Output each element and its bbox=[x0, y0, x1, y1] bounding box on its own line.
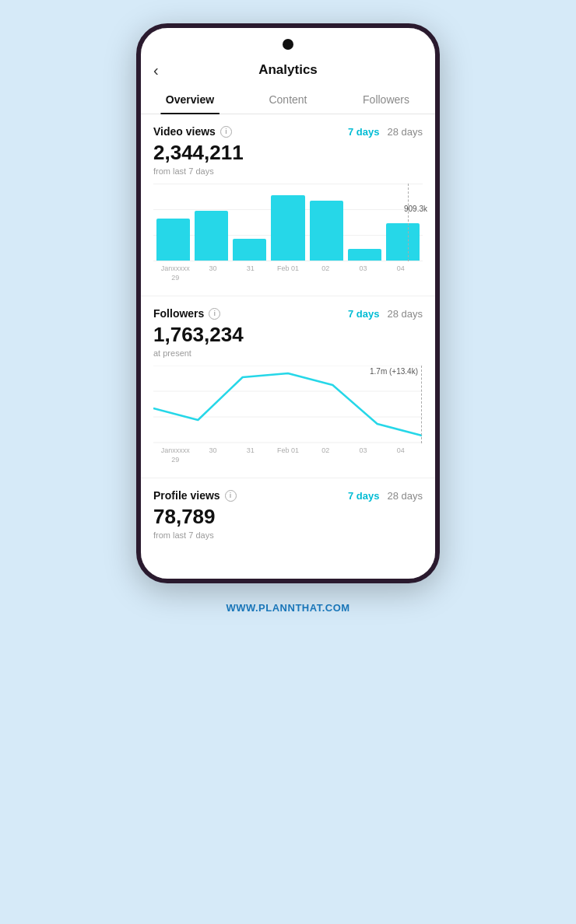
bar-chart-bars: 909.3k bbox=[153, 184, 423, 261]
f-x-label-feb02: 02 bbox=[307, 446, 344, 464]
video-views-header: Video views i 7 days 28 days bbox=[153, 125, 423, 138]
line-chart-dashed-line bbox=[421, 366, 422, 443]
profile-views-spacer bbox=[153, 548, 423, 571]
profile-views-header: Profile views i 7 days 28 days bbox=[153, 489, 423, 502]
profile-views-value: 78,789 bbox=[153, 505, 423, 529]
followers-time-toggles: 7 days 28 days bbox=[348, 308, 423, 320]
followers-sub: at present bbox=[153, 348, 423, 358]
followers-header: Followers i 7 days 28 days bbox=[153, 307, 423, 320]
bar-feb02 bbox=[310, 201, 343, 261]
video-views-label-group: Video views i bbox=[153, 125, 232, 138]
x-label-jan29: Janxxxxx29 bbox=[156, 264, 194, 282]
phone-shell: ‹ Analytics Overview Content Followers V… bbox=[136, 23, 440, 583]
x-label-feb01: Feb 01 bbox=[269, 264, 307, 282]
punch-hole bbox=[283, 39, 293, 50]
video-views-28d-toggle[interactable]: 28 days bbox=[387, 126, 423, 138]
followers-label-group: Followers i bbox=[153, 307, 220, 320]
footer-url: WWW.PLANNTHAT.COM bbox=[226, 602, 349, 614]
video-views-label: Video views bbox=[153, 125, 216, 138]
video-views-chart: 909.3k Janxxxxx29 30 31 Feb 01 02 03 04 bbox=[153, 184, 423, 285]
bar-feb03 bbox=[348, 249, 381, 261]
bar-feb01 bbox=[271, 195, 304, 261]
page-title: Analytics bbox=[258, 62, 318, 78]
video-views-section: Video views i 7 days 28 days 2,344,211 f… bbox=[141, 114, 435, 296]
followers-info-icon[interactable]: i bbox=[209, 308, 220, 320]
tab-content[interactable]: Content bbox=[239, 86, 337, 114]
bar-feb04: 909.3k bbox=[386, 223, 420, 261]
top-bar: ‹ Analytics bbox=[141, 51, 435, 86]
followers-chart-inner: 1.7m (+13.4k) bbox=[153, 366, 423, 443]
followers-value: 1,763,234 bbox=[153, 323, 423, 347]
followers-label: Followers bbox=[153, 307, 204, 320]
followers-line-svg bbox=[153, 366, 423, 443]
tab-followers[interactable]: Followers bbox=[337, 86, 435, 114]
back-button[interactable]: ‹ bbox=[153, 61, 159, 79]
phone-content: ‹ Analytics Overview Content Followers V… bbox=[141, 28, 435, 579]
video-views-7d-toggle[interactable]: 7 days bbox=[348, 126, 379, 138]
f-x-label-jan29: Janxxxxx29 bbox=[156, 446, 194, 464]
bar-jan31 bbox=[233, 239, 266, 261]
profile-views-sub: from last 7 days bbox=[153, 530, 423, 540]
profile-views-28d-toggle[interactable]: 28 days bbox=[387, 490, 423, 502]
video-views-info-icon[interactable]: i bbox=[220, 126, 232, 138]
followers-x-labels: Janxxxxx29 30 31 Feb 01 02 03 04 bbox=[153, 443, 423, 464]
video-views-value: 2,344,211 bbox=[153, 141, 423, 165]
x-label-jan30: 30 bbox=[194, 264, 231, 282]
video-views-sub: from last 7 days bbox=[153, 166, 423, 176]
video-views-time-toggles: 7 days 28 days bbox=[348, 126, 423, 138]
f-x-label-jan31: 31 bbox=[232, 446, 269, 464]
followers-28d-toggle[interactable]: 28 days bbox=[387, 308, 423, 320]
followers-chart-tooltip: 1.7m (+13.4k) bbox=[370, 367, 418, 376]
f-x-label-jan30: 30 bbox=[194, 446, 231, 464]
tab-overview[interactable]: Overview bbox=[141, 86, 239, 114]
bar-jan30 bbox=[195, 211, 228, 261]
x-label-jan31: 31 bbox=[232, 264, 269, 282]
bar-chart-tooltip: 909.3k bbox=[404, 205, 427, 213]
f-x-label-feb03: 03 bbox=[344, 446, 381, 464]
x-label-feb04: 04 bbox=[382, 264, 420, 282]
followers-7d-toggle[interactable]: 7 days bbox=[348, 308, 379, 320]
profile-views-label-group: Profile views i bbox=[153, 489, 237, 502]
followers-chart: 1.7m (+13.4k) Janxxxxx29 30 31 Feb 01 02… bbox=[153, 366, 423, 467]
f-x-label-feb04: 04 bbox=[382, 446, 420, 464]
profile-views-time-toggles: 7 days 28 days bbox=[348, 490, 423, 502]
followers-section: Followers i 7 days 28 days 1,763,234 at … bbox=[141, 296, 435, 478]
profile-views-7d-toggle[interactable]: 7 days bbox=[348, 490, 379, 502]
bar-jan29 bbox=[156, 219, 190, 261]
profile-views-label: Profile views bbox=[153, 489, 220, 502]
page-wrapper: ‹ Analytics Overview Content Followers V… bbox=[0, 0, 576, 614]
profile-views-info-icon[interactable]: i bbox=[225, 490, 237, 502]
x-label-feb02: 02 bbox=[307, 264, 344, 282]
f-x-label-feb01: Feb 01 bbox=[269, 446, 307, 464]
tab-bar: Overview Content Followers bbox=[141, 86, 435, 114]
profile-views-section: Profile views i 7 days 28 days 78,789 fr… bbox=[141, 478, 435, 579]
bar-chart-x-labels: Janxxxxx29 30 31 Feb 01 02 03 04 bbox=[153, 261, 423, 282]
x-label-feb03: 03 bbox=[344, 264, 381, 282]
